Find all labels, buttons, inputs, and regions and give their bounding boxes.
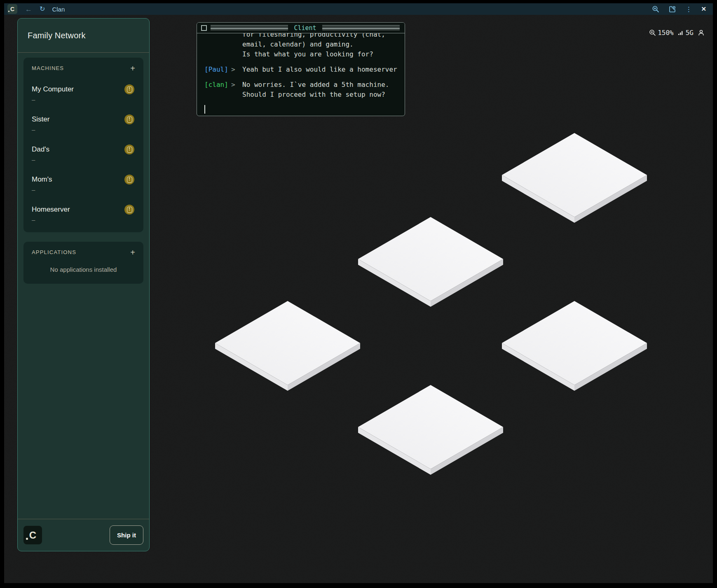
chat-speaker [204,30,231,59]
zoom-level-value: 150% [658,29,674,37]
chat-message: [Paul] > Yeah but I also would like a ho… [204,65,405,75]
canvas-hud: 150% 5G [649,29,705,37]
chat-message: [clan] > No worries. I`ve added a 5th ma… [204,80,405,100]
machine-subtitle: – [32,216,135,223]
machine-name: Homeserver [32,205,135,214]
chat-prompt-chevron: > [231,65,242,75]
machine-name: Dad's [32,145,135,154]
clan-logo-icon: C [29,530,36,540]
chat-prompt-chevron: > [231,80,242,100]
app-favicon-button[interactable]: C [7,4,17,14]
menu-kebab-icon[interactable]: ⋮ [685,5,692,13]
back-icon[interactable]: ← [21,6,36,13]
browser-bar: C ← ↻ Clan ⋮ ✕ [4,3,713,15]
titlebar-stripes-left [211,25,288,30]
clan-logo: C [23,526,42,544]
add-machine-button[interactable]: + [130,65,135,71]
close-window-icon[interactable]: ✕ [701,5,706,13]
machine-name: Sister [32,115,135,124]
machine-subtitle: – [32,186,135,193]
machine-status-warning-icon: ! [124,84,134,94]
chat-text: for filesharing, productivity (chat, ema… [242,30,405,59]
zoom-in-icon[interactable] [652,5,659,13]
applications-empty-text: No applications installed [32,266,135,273]
titlebar-stripes-right [322,25,400,30]
machine-tile[interactable] [357,384,504,476]
client-terminal-window[interactable]: Client for filesharing, productivity (ch… [197,22,405,116]
machine-list-item[interactable]: My Computer – ! [32,85,135,103]
sidebar-header: Family Network [18,19,149,53]
chat-text: No worries. I`ve added a 5th machine. Sh… [242,80,405,100]
machine-list: My Computer – ! Sister – ! Dad's – ! Mom… [32,85,135,223]
machine-tile[interactable] [501,132,648,224]
chat-prompt-chevron [231,30,242,59]
machine-subtitle: – [32,96,135,103]
reload-icon[interactable]: ↻ [36,6,49,12]
applications-panel: APPLICATIONS + No applications installed [23,242,143,284]
machine-tile[interactable] [501,300,648,392]
chat-speaker: [Paul] [204,65,231,75]
chat-text: Yeah but I also would like a homeserver [242,65,405,75]
clan-logo-icon: C [10,6,14,12]
machine-list-item[interactable]: Mom's – ! [32,175,135,193]
client-titlebar[interactable]: Client [197,23,405,33]
page-title: Clan [52,6,65,13]
ship-it-button[interactable]: Ship it [110,525,143,545]
chat-speaker: [clan] [204,80,231,100]
machine-list-item[interactable]: Dad's – ! [32,145,135,163]
window-close-box-icon[interactable] [201,25,207,31]
sidebar: Family Network MACHINES + My Computer – … [17,18,150,551]
terminal-cursor [204,105,205,114]
network-type-label: 5G [686,29,694,37]
machine-subtitle: – [32,156,135,163]
chat-message: for filesharing, productivity (chat, ema… [204,30,405,59]
machine-name: My Computer [32,85,135,93]
client-window-title: Client [294,24,316,32]
machine-status-warning-icon: ! [124,145,134,154]
applications-heading: APPLICATIONS [32,249,76,255]
machine-status-warning-icon: ! [124,205,134,215]
machine-status-warning-icon: ! [124,175,134,184]
machine-tile[interactable] [214,300,361,392]
screen: C ← ↻ Clan ⋮ ✕ 150% [0,0,717,588]
chat-log[interactable]: for filesharing, productivity (chat, ema… [197,30,405,114]
machine-subtitle: – [32,126,135,133]
extensions-icon[interactable] [668,5,676,13]
network-title: Family Network [28,31,86,40]
machine-status-warning-icon: ! [124,114,134,124]
user-icon[interactable] [698,29,705,36]
signal-bars-icon [678,30,684,36]
add-application-button[interactable]: + [130,250,135,255]
machines-heading: MACHINES [32,65,64,71]
machines-panel: MACHINES + My Computer – ! Sister – ! Da… [23,58,143,232]
sidebar-footer: C Ship it [18,519,149,551]
machine-name: Mom's [32,175,135,184]
machine-tile[interactable] [357,216,504,308]
machine-list-item[interactable]: Homeserver – ! [32,205,135,223]
zoom-level-icon [649,29,656,36]
machine-list-item[interactable]: Sister – ! [32,115,135,133]
